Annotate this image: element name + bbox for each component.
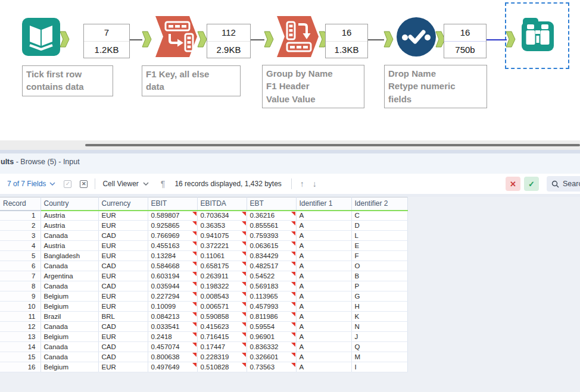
- record-number-cell[interactable]: 11: [0, 312, 40, 322]
- column-header[interactable]: Identifier 2: [351, 197, 407, 211]
- tool-crosstab[interactable]: [277, 16, 319, 57]
- table-cell[interactable]: 0.084213: [148, 312, 197, 322]
- table-cell[interactable]: Argentina: [40, 271, 98, 281]
- record-number-cell[interactable]: 1: [0, 211, 40, 221]
- table-cell[interactable]: 0.703634: [197, 211, 247, 221]
- table-cell[interactable]: F: [351, 251, 407, 261]
- input-anchor[interactable]: [383, 31, 394, 48]
- table-cell[interactable]: 0.13284: [148, 251, 197, 261]
- table-cell[interactable]: L: [351, 231, 407, 241]
- table-cell[interactable]: A: [296, 342, 351, 352]
- table-cell[interactable]: 0.836332: [247, 342, 296, 352]
- up-arrow-icon[interactable]: ↑: [300, 179, 304, 189]
- table-cell[interactable]: A: [296, 312, 351, 322]
- table-cell[interactable]: 0.227294: [148, 291, 197, 302]
- annotation-input[interactable]: Tick first row contains data: [22, 65, 113, 96]
- table-cell[interactable]: 0.589807: [148, 211, 197, 221]
- table-cell[interactable]: EUR: [98, 362, 148, 372]
- search-input[interactable]: Search: [547, 176, 580, 192]
- table-cell[interactable]: 0.198322: [197, 281, 247, 291]
- cell-viewer-dropdown[interactable]: Cell Viewer: [102, 180, 148, 188]
- data-quality-toggle-button[interactable]: ✓: [64, 180, 71, 188]
- tool-input-data[interactable]: [22, 18, 60, 56]
- output-anchor[interactable]: [60, 31, 70, 48]
- table-cell[interactable]: 0.457993: [247, 302, 296, 312]
- input-anchor[interactable]: [506, 31, 516, 48]
- table-cell[interactable]: 0.96901: [247, 332, 296, 342]
- table-cell[interactable]: 0.584668: [148, 261, 197, 271]
- table-cell[interactable]: 0.716415: [197, 332, 247, 342]
- table-cell[interactable]: 0.372221: [197, 241, 247, 251]
- table-cell[interactable]: 0.59554: [247, 322, 296, 332]
- table-cell[interactable]: Austria: [40, 221, 98, 231]
- table-cell[interactable]: CAD: [98, 342, 148, 352]
- connection-line-selected[interactable]: [486, 39, 507, 40]
- tool-transpose[interactable]: [155, 16, 198, 57]
- table-cell[interactable]: EUR: [98, 291, 148, 302]
- record-number-cell[interactable]: 9: [0, 291, 40, 302]
- connection-line[interactable]: [250, 39, 264, 40]
- table-cell[interactable]: BRL: [98, 312, 148, 322]
- table-cell[interactable]: Q: [351, 342, 407, 352]
- column-header[interactable]: EBT: [247, 197, 296, 211]
- output-anchor[interactable]: [197, 31, 207, 48]
- table-cell[interactable]: 0.113965: [247, 291, 296, 302]
- table-cell[interactable]: 0.2418: [148, 332, 197, 342]
- record-number-cell[interactable]: 6: [0, 261, 40, 271]
- record-number-cell[interactable]: 8: [0, 281, 40, 291]
- record-number-cell[interactable]: 7: [0, 271, 40, 281]
- table-cell[interactable]: P: [351, 281, 407, 291]
- table-cell[interactable]: A: [296, 291, 351, 302]
- table-cell[interactable]: 0.497649: [148, 362, 197, 372]
- table-cell[interactable]: M: [351, 352, 407, 362]
- table-cell[interactable]: K: [351, 312, 407, 322]
- column-header[interactable]: Currency: [98, 197, 148, 211]
- table-cell[interactable]: Austria: [40, 241, 98, 251]
- table-cell[interactable]: 0.766969: [148, 231, 197, 241]
- table-cell[interactable]: B: [351, 271, 407, 281]
- table-cell[interactable]: CAD: [98, 281, 148, 291]
- table-cell[interactable]: Canada: [40, 281, 98, 291]
- clear-filter-button[interactable]: ✕: [506, 177, 520, 191]
- table-cell[interactable]: EUR: [98, 211, 148, 221]
- table-cell[interactable]: 0.035944: [148, 281, 197, 291]
- table-cell[interactable]: G: [351, 291, 407, 302]
- table-cell[interactable]: Austria: [40, 211, 98, 221]
- record-number-cell[interactable]: 12: [0, 322, 40, 332]
- table-cell[interactable]: CAD: [98, 322, 148, 332]
- down-arrow-icon[interactable]: ↓: [313, 179, 317, 189]
- table-cell[interactable]: Canada: [40, 322, 98, 332]
- table-cell[interactable]: EUR: [98, 221, 148, 231]
- input-anchor[interactable]: [264, 31, 274, 48]
- table-cell[interactable]: EUR: [98, 271, 148, 281]
- table-cell[interactable]: 0.10099: [148, 302, 197, 312]
- table-cell[interactable]: A: [296, 322, 351, 332]
- apply-filter-button[interactable]: ✓: [524, 177, 539, 191]
- record-number-cell[interactable]: 5: [0, 251, 40, 261]
- table-cell[interactable]: 0.590858: [197, 312, 247, 322]
- record-number-cell[interactable]: 10: [0, 302, 40, 312]
- table-cell[interactable]: EUR: [98, 251, 148, 261]
- connection-line[interactable]: [367, 39, 384, 40]
- annotation-select[interactable]: Drop Name Retype numeric fields: [384, 65, 487, 108]
- table-cell[interactable]: A: [296, 261, 351, 271]
- table-cell[interactable]: D: [351, 221, 407, 231]
- table-cell[interactable]: CAD: [98, 352, 148, 362]
- table-cell[interactable]: Belgium: [40, 291, 98, 302]
- hide-nulls-button[interactable]: ✕: [80, 180, 88, 188]
- record-number-cell[interactable]: 14: [0, 342, 40, 352]
- table-cell[interactable]: I: [351, 362, 407, 372]
- table-cell[interactable]: H: [351, 302, 407, 312]
- table-cell[interactable]: 0.17447: [197, 342, 247, 352]
- table-cell[interactable]: CAD: [98, 261, 148, 271]
- table-cell[interactable]: A: [296, 221, 351, 231]
- table-cell[interactable]: 0.759393: [247, 231, 296, 241]
- table-cell[interactable]: O: [351, 261, 407, 271]
- record-number-cell[interactable]: 13: [0, 332, 40, 342]
- table-cell[interactable]: C: [351, 211, 407, 221]
- column-header[interactable]: Record: [0, 197, 40, 211]
- table-cell[interactable]: A: [296, 271, 351, 281]
- table-cell[interactable]: 0.658175: [197, 261, 247, 271]
- fields-selector[interactable]: 7 of 7 Fields: [7, 180, 55, 188]
- table-cell[interactable]: 0.811986: [247, 312, 296, 322]
